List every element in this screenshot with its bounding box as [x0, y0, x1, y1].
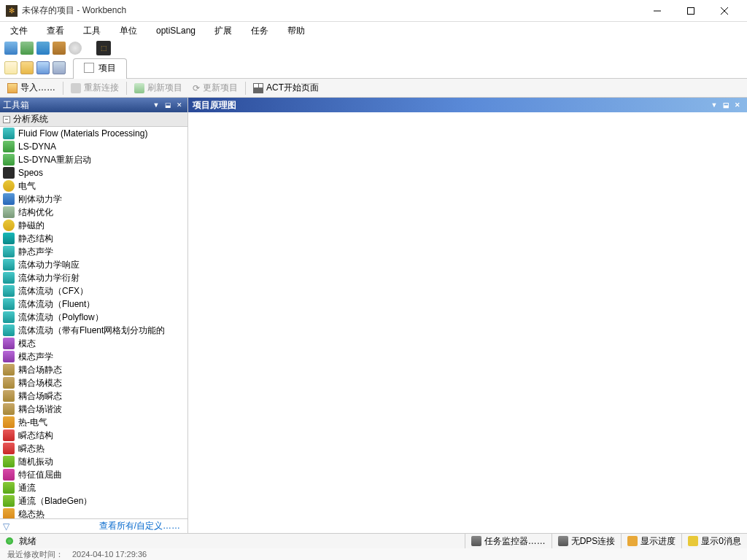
category-header[interactable]: − 分析系统 [0, 112, 187, 127]
system-item[interactable]: 随机振动 [0, 455, 187, 468]
modified-datetime: 2024-04-10 17:29:36 [72, 550, 147, 559]
schematic-canvas[interactable] [188, 112, 747, 533]
system-item[interactable]: 稳态热 [0, 508, 187, 518]
dps-button[interactable]: 无DPS连接 [551, 534, 622, 548]
menu-tools[interactable]: 工具 [80, 23, 104, 39]
system-item[interactable]: 电气 [0, 179, 187, 192]
dropdown-icon[interactable]: ▼ [151, 100, 161, 110]
new-icon[interactable] [4, 61, 18, 74]
system-label: LS-DYNA重新启动 [18, 154, 91, 166]
menu-extensions[interactable]: 扩展 [212, 23, 235, 39]
reconnect-button[interactable]: 重新连接 [66, 80, 123, 96]
system-label: Fluid Flow (Materials Processing) [18, 128, 147, 139]
system-label: 稳态热 [18, 508, 44, 519]
toolbar-icon-2[interactable] [20, 42, 34, 55]
act-start-button[interactable]: ACT开始页面 [249, 80, 323, 96]
system-item[interactable]: 瞬态热 [0, 442, 187, 455]
globe-icon[interactable] [69, 42, 82, 55]
system-label: 静态结构 [18, 233, 53, 245]
system-item[interactable]: 静态结构 [0, 232, 187, 245]
monitor-icon [471, 536, 481, 546]
modified-label: 最近修改时间： [7, 549, 63, 560]
menu-jobs[interactable]: 任务 [248, 23, 271, 39]
system-item[interactable]: 静态声学 [0, 245, 187, 258]
system-item[interactable]: 模态 [0, 337, 187, 350]
job-monitor-button[interactable]: 任务监控器…… [465, 534, 551, 548]
pin-icon[interactable]: ⬓ [163, 100, 173, 110]
close-button[interactable] [708, 0, 741, 22]
system-item[interactable]: LS-DYNA重新启动 [0, 153, 187, 166]
system-item[interactable]: 特征值屈曲 [0, 468, 187, 481]
system-item[interactable]: 流体流动（带有Fluent网格划分功能的 [0, 324, 187, 337]
menu-help[interactable]: 帮助 [285, 23, 308, 39]
system-icon [3, 443, 15, 454]
open-icon[interactable] [20, 61, 34, 74]
system-item[interactable]: 流体动力学响应 [0, 258, 187, 271]
system-item[interactable]: 流体动力学衍射 [0, 271, 187, 284]
import-button[interactable]: 导入…… [3, 80, 60, 96]
system-label: 耦合场模态 [18, 377, 62, 389]
system-item[interactable]: 模态声学 [0, 350, 187, 363]
system-icon [3, 285, 15, 297]
system-label: 刚体动力学 [18, 193, 62, 206]
system-item[interactable]: 瞬态结构 [0, 429, 187, 442]
system-item[interactable]: 刚体动力学 [0, 192, 187, 206]
pin-icon[interactable]: ⬓ [721, 100, 731, 110]
system-item[interactable]: 耦合场瞬态 [0, 389, 187, 402]
toolbar-icon-4[interactable] [53, 42, 66, 55]
show-progress-button[interactable]: 显示进度 [621, 534, 681, 548]
system-item[interactable]: 耦合场模态 [0, 376, 187, 389]
save-icon[interactable] [36, 61, 50, 74]
status-text: 就绪 [19, 535, 465, 548]
system-item[interactable]: 流体流动（Fluent） [0, 298, 187, 311]
filter-icon[interactable]: ▽ [3, 521, 13, 532]
dark-icon[interactable] [96, 41, 111, 55]
tab-project[interactable]: 项目 [73, 58, 127, 79]
view-all-link[interactable]: 查看所有/自定义…… [13, 520, 185, 532]
show-messages-button[interactable]: 显示0消息 [681, 534, 747, 548]
system-list[interactable]: Fluid Flow (Materials Processing)LS-DYNA… [0, 127, 187, 518]
system-item[interactable]: LS-DYNA [0, 140, 187, 153]
close-panel-icon[interactable]: ✕ [732, 100, 743, 110]
system-icon [3, 311, 15, 323]
close-panel-icon[interactable]: ✕ [174, 100, 185, 110]
dropdown-icon[interactable]: ▼ [709, 100, 719, 110]
toolbox-header: 工具箱 ▼ ⬓ ✕ [0, 98, 187, 112]
update-project-button[interactable]: ⟳更新项目 [188, 80, 242, 96]
system-item[interactable]: 结构优化 [0, 206, 187, 219]
system-item[interactable]: 耦合场静态 [0, 363, 187, 376]
system-item[interactable]: 热-电气 [0, 416, 187, 429]
system-item[interactable]: Fluid Flow (Materials Processing) [0, 127, 187, 140]
app-icon [6, 5, 18, 17]
refresh-project-button[interactable]: 刷新项目 [130, 80, 187, 96]
system-item[interactable]: 静磁的 [0, 219, 187, 232]
system-icon [3, 495, 15, 507]
statusbar: 就绪 任务监控器…… 无DPS连接 显示进度 显示0消息 [0, 533, 747, 548]
system-icon [3, 416, 15, 428]
system-item[interactable]: 流体流动（Polyflow） [0, 311, 187, 324]
system-item[interactable]: 通流 [0, 481, 187, 494]
collapse-toggle-icon[interactable]: − [3, 116, 10, 123]
menu-units[interactable]: 单位 [117, 23, 140, 39]
system-label: 流体流动（带有Fluent网格划分功能的 [18, 324, 165, 337]
menu-view[interactable]: 查看 [44, 23, 67, 39]
minimize-button[interactable] [640, 0, 674, 22]
toolbar-icon-3[interactable] [36, 42, 50, 55]
maximize-button[interactable] [674, 0, 708, 22]
window-controls [640, 0, 741, 22]
system-item[interactable]: 流体流动（CFX） [0, 284, 187, 298]
system-icon [3, 390, 15, 402]
toolbox-panel: 工具箱 ▼ ⬓ ✕ − 分析系统 Fluid Flow (Materials P… [0, 98, 188, 533]
system-icon [3, 167, 15, 179]
system-label: 模态 [18, 338, 36, 350]
menu-optislang[interactable]: optiSLang [153, 24, 198, 37]
menu-file[interactable]: 文件 [7, 23, 31, 39]
system-label: 热-电气 [18, 416, 47, 429]
system-item[interactable]: Speos [0, 166, 187, 179]
system-item[interactable]: 通流（BladeGen） [0, 494, 187, 508]
toolbar-icon-1[interactable] [4, 42, 18, 55]
system-label: 耦合场瞬态 [18, 390, 62, 402]
schematic-panel: 项目原理图 ▼ ⬓ ✕ [188, 98, 747, 533]
saveas-icon[interactable] [53, 61, 66, 74]
system-item[interactable]: 耦合场谐波 [0, 402, 187, 416]
